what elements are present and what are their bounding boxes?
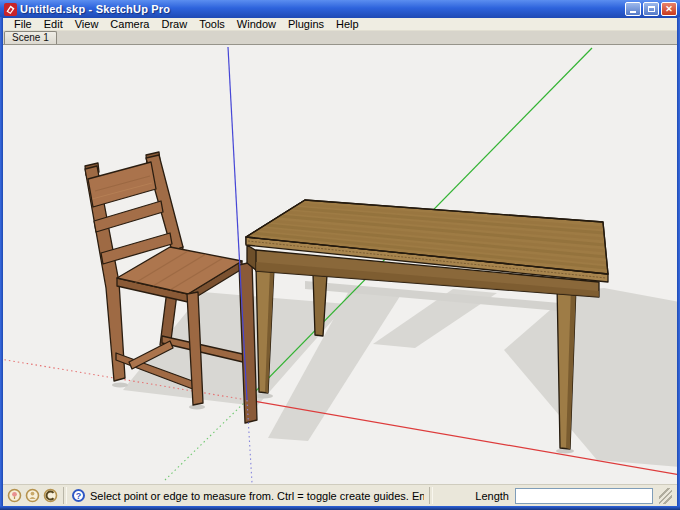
- minimize-button[interactable]: [625, 2, 641, 16]
- window-title: Untitled.skp - SketchUp Pro: [20, 3, 625, 15]
- window-border-bottom: [0, 506, 680, 510]
- menu-help[interactable]: Help: [330, 18, 365, 30]
- scene-tab-1[interactable]: Scene 1: [4, 31, 57, 44]
- help-icon: ?: [72, 489, 85, 502]
- status-message: Select point or edge to measure from. Ct…: [90, 490, 424, 502]
- geo-location-icon[interactable]: [7, 488, 22, 503]
- claim-credit-icon[interactable]: [25, 488, 40, 503]
- menu-plugins[interactable]: Plugins: [282, 18, 330, 30]
- sketchup-logo-icon: [4, 3, 17, 16]
- sketchup-window: Untitled.skp - SketchUp Pro ✕ File Edit …: [0, 0, 680, 510]
- window-border-left: [0, 17, 3, 506]
- menu-window[interactable]: Window: [231, 18, 282, 30]
- menu-file[interactable]: File: [8, 18, 38, 30]
- 3d-viewport[interactable]: [3, 45, 677, 484]
- license-icon[interactable]: [43, 488, 58, 503]
- restore-button[interactable]: [643, 2, 659, 16]
- menu-camera[interactable]: Camera: [104, 18, 155, 30]
- length-label: Length: [475, 490, 509, 502]
- scene-tab-bar: Scene 1: [0, 31, 680, 45]
- menu-draw[interactable]: Draw: [155, 18, 193, 30]
- menu-edit[interactable]: Edit: [38, 18, 69, 30]
- status-bar: ? Select point or edge to measure from. …: [3, 484, 677, 506]
- title-bar: Untitled.skp - SketchUp Pro ✕: [0, 0, 680, 18]
- resize-grip-icon[interactable]: [659, 488, 672, 504]
- menu-bar: File Edit View Camera Draw Tools Window …: [0, 18, 680, 31]
- menu-tools[interactable]: Tools: [193, 18, 231, 30]
- length-input[interactable]: [515, 488, 653, 504]
- menu-view[interactable]: View: [69, 18, 105, 30]
- close-button[interactable]: ✕: [661, 2, 677, 16]
